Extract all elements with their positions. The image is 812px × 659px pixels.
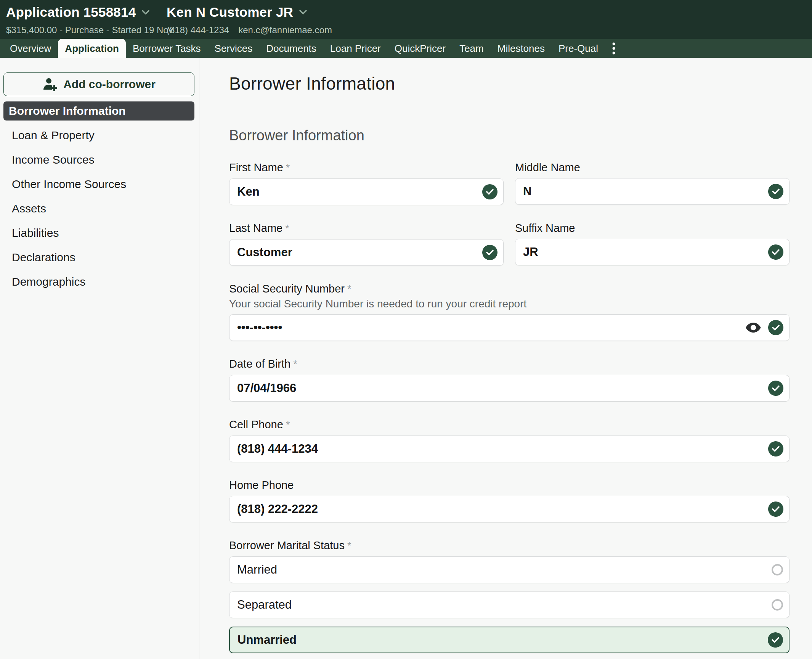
suffix-name-input[interactable] [515, 239, 789, 265]
ssn-field-group: Social Security Number* Your social Secu… [229, 283, 790, 341]
required-marker: * [286, 162, 290, 174]
borrower-email: ken.c@fanniemae.com [238, 25, 332, 35]
chevron-down-icon[interactable] [141, 9, 150, 15]
marital-status-field-group: Borrower Marital Status* Married Separat… [229, 539, 790, 653]
first-name-input[interactable] [229, 179, 503, 205]
required-marker: * [286, 419, 290, 431]
valid-check-icon [768, 184, 783, 199]
sidebar-item-income-sources[interactable]: Income Sources [3, 148, 194, 172]
application-sidebar: Add co-borrower Borrower Information Loa… [0, 58, 199, 659]
sidebar-item-liabilities[interactable]: Liabilities [3, 221, 194, 245]
valid-check-icon [768, 501, 783, 517]
borrower-name: Ken N Customer JR [167, 5, 293, 20]
first-name-label: First Name [229, 161, 283, 174]
application-summary: Application 1558814 $315,400.00 - Purcha… [6, 5, 173, 35]
last-name-label: Last Name [229, 222, 282, 234]
home-phone-input[interactable] [229, 496, 789, 522]
tab-team[interactable]: Team [453, 39, 491, 58]
chevron-down-icon[interactable] [298, 9, 308, 15]
sidebar-item-declarations[interactable]: Declarations [3, 245, 194, 270]
required-marker: * [347, 540, 351, 551]
marital-option-married-label: Married [237, 563, 277, 577]
tab-services[interactable]: Services [208, 39, 260, 58]
middle-name-input[interactable] [515, 178, 789, 204]
tab-application[interactable]: Application [58, 39, 126, 58]
radio-selected-check-icon [768, 632, 783, 648]
sidebar-item-assets[interactable]: Assets [3, 196, 194, 221]
main-navbar: Overview Application Borrower Tasks Serv… [0, 39, 812, 58]
ssn-input[interactable] [229, 315, 789, 341]
tab-overview[interactable]: Overview [3, 39, 58, 58]
valid-check-icon [768, 244, 783, 260]
required-marker: * [293, 358, 297, 370]
sidebar-item-loan-property[interactable]: Loan & Property [3, 123, 194, 148]
marital-option-separated-label: Separated [237, 598, 292, 612]
valid-check-icon [768, 381, 783, 396]
nav-overflow-button[interactable] [605, 39, 623, 58]
person-add-icon [42, 77, 58, 91]
application-window: Application 1558814 $315,400.00 - Purcha… [0, 0, 812, 659]
application-title: Application 1558814 [6, 5, 136, 20]
eye-icon [745, 322, 761, 333]
radio-unselected-icon [772, 599, 783, 611]
last-name-field-group: Last Name* [229, 222, 504, 266]
sidebar-item-other-income-sources[interactable]: Other Income Sources [3, 172, 194, 196]
ssn-label: Social Security Number [229, 283, 345, 295]
borrower-phone: (818) 444-1234 [167, 25, 229, 35]
marital-option-married[interactable]: Married [229, 556, 790, 583]
home-phone-field-group: Home Phone [229, 479, 790, 522]
sidebar-item-demographics[interactable]: Demographics [3, 270, 194, 294]
add-co-borrower-button[interactable]: Add co-borrower [3, 72, 194, 96]
suffix-name-label: Suffix Name [515, 222, 575, 234]
main-panel: Borrower Information Borrower Informatio… [200, 58, 812, 659]
tab-milestones[interactable]: Milestones [491, 39, 552, 58]
middle-name-field-group: Middle Name [515, 161, 790, 205]
kebab-menu-icon [612, 41, 616, 56]
valid-check-icon [482, 245, 497, 260]
middle-name-label: Middle Name [515, 161, 580, 174]
suffix-name-field-group: Suffix Name [515, 222, 790, 266]
required-marker: * [347, 283, 351, 295]
radio-unselected-icon [772, 564, 783, 575]
marital-option-unmarried[interactable]: Unmarried [229, 627, 790, 653]
date-of-birth-field-group: Date of Birth* [229, 358, 790, 402]
cell-phone-input[interactable] [229, 436, 789, 462]
page-title: Borrower Information [229, 75, 790, 92]
first-name-field-group: First Name* [229, 161, 504, 205]
borrower-summary: Ken N Customer JR (818) 444-1234 ken.c@f… [167, 5, 332, 35]
tab-borrower-tasks[interactable]: Borrower Tasks [126, 39, 208, 58]
valid-check-icon [768, 320, 783, 335]
ssn-helper-text: Your social Security Number is needed to… [229, 298, 790, 310]
application-subtitle: $315,400.00 - Purchase - Started 19 Nov [6, 25, 173, 35]
tab-documents[interactable]: Documents [259, 39, 323, 58]
marital-option-unmarried-label: Unmarried [238, 633, 297, 647]
sidebar-item-borrower-information[interactable]: Borrower Information [3, 101, 194, 121]
valid-check-icon [482, 184, 497, 199]
valid-check-icon [768, 441, 783, 456]
cell-phone-field-group: Cell Phone* [229, 418, 790, 462]
tab-pre-qual[interactable]: Pre-Qual [552, 39, 605, 58]
toggle-ssn-visibility-button[interactable] [744, 319, 762, 336]
section-title: Borrower Information [229, 128, 790, 143]
date-of-birth-label: Date of Birth [229, 358, 290, 370]
required-marker: * [285, 223, 289, 234]
marital-option-separated[interactable]: Separated [229, 591, 790, 618]
cell-phone-label: Cell Phone [229, 418, 283, 431]
tab-loan-pricer[interactable]: Loan Pricer [323, 39, 388, 58]
tab-quickpricer[interactable]: QuickPricer [388, 39, 453, 58]
date-of-birth-input[interactable] [229, 375, 789, 401]
add-co-borrower-label: Add co-borrower [63, 78, 156, 91]
home-phone-label: Home Phone [229, 479, 294, 491]
borrower-information-form: First Name* Middle Name [229, 161, 790, 653]
app-header: Application 1558814 $315,400.00 - Purcha… [0, 0, 812, 39]
sidebar-nav: Borrower Information Loan & Property Inc… [3, 101, 194, 294]
marital-status-label: Borrower Marital Status [229, 539, 345, 551]
last-name-input[interactable] [229, 239, 503, 265]
